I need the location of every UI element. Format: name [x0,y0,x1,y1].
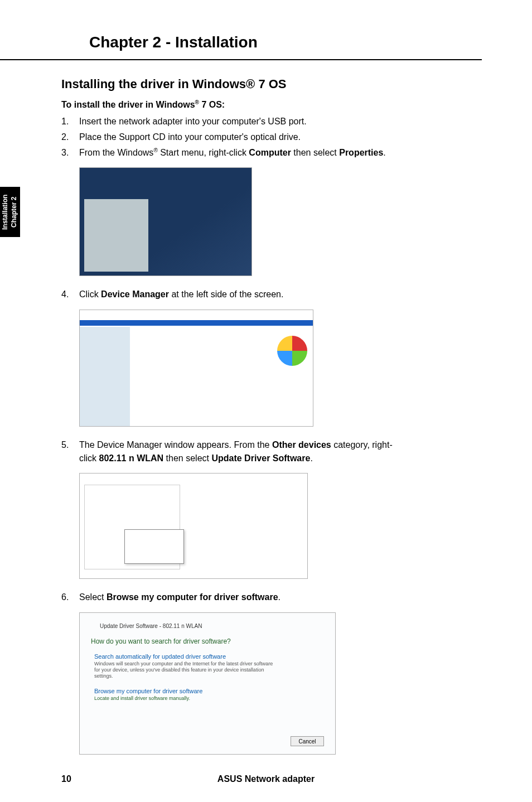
screenshot-start-menu [79,167,252,276]
step-1: Insert the network adapter into your com… [61,115,482,128]
step4-pre: Click [79,289,101,299]
step5-mid2: then select [163,453,211,463]
chapter-header: Chapter 2 - Installation [0,0,482,60]
step-6: Select Browse my computer for driver sof… [61,591,482,603]
step5-update-driver: Update Driver Software [211,453,310,463]
step-5-line2: click 802.11 n WLAN then select Update D… [61,452,482,465]
step6-post: . [278,592,280,602]
step-4: Click Device Manager at the left side of… [61,288,482,301]
dialog-opt1-desc1: Windows will search your computer and th… [94,661,273,666]
footer-title: ASUS Network adapter [217,774,315,784]
side-tab: Installation Chapter 2 [0,187,20,237]
registered-mark: ® [195,99,199,105]
main-content: Installing the driver in Windows® 7 OS T… [0,60,532,767]
step3-computer: Computer [249,148,291,157]
dialog-opt1-desc3: settings. [94,673,113,679]
dialog-opt1: Search automatically for updated driver … [94,653,226,660]
steps-list: The Device Manager window appears. From … [61,439,482,451]
step3-pre: From the Windows [79,148,153,157]
step5-pre: The Device Manager window appears. From … [79,440,272,450]
page-number: 10 [61,774,71,784]
dialog-question: How do you want to search for driver sof… [91,637,231,645]
steps-list: Click Device Manager at the left side of… [61,288,482,301]
section-title: Installing the driver in Windows® 7 OS [61,77,482,91]
cancel-button: Cancel [291,736,324,746]
step-2: Place the Support CD into your computer'… [61,131,482,143]
steps-list: Insert the network adapter into your com… [61,115,482,158]
step3-post: . [383,148,385,157]
step6-pre: Select [79,592,107,602]
screenshot-device-manager [79,473,308,579]
step-3: From the Windows® Start menu, right-clic… [61,147,482,159]
dialog-opt2: Browse my computer for driver software [94,688,202,694]
dialog-opt2-desc: Locate and install driver software manua… [94,695,190,701]
subtitle-post: 7 OS: [199,100,225,109]
step5-post: . [310,453,312,463]
step5-other-devices: Other devices [272,440,331,450]
step4-device-manager: Device Manager [101,289,169,299]
subsection-title: To install the driver in Windows® 7 OS: [61,99,482,110]
footer: 10 ASUS Network adapter [0,774,532,784]
step4-post: at the left side of the screen. [169,289,283,299]
step-5: The Device Manager window appears. From … [61,439,482,451]
step3-mid: Start menu, right-click [158,148,249,157]
step5-line2-pre: click [79,453,99,463]
side-tab-line-installation: Installation [1,194,10,229]
step3-properties: Properties [339,148,383,157]
dialog-opt1-desc2: for your device, unless you've disabled … [94,667,264,673]
step5-mid: category, right- [331,440,393,450]
screenshot-system-window [79,310,313,427]
side-tab-line-chapter: Chapter 2 [10,196,19,227]
dialog-title: Update Driver Software - 802.11 n WLAN [100,623,202,629]
step5-wlan: 802.11 n WLAN [99,453,164,463]
step6-browse: Browse my computer for driver software [107,592,278,602]
steps-list: Select Browse my computer for driver sof… [61,591,482,603]
registered-mark: ® [153,147,157,153]
step3-mid2: then select [291,148,339,157]
screenshot-update-wizard: Update Driver Software - 802.11 n WLAN H… [79,612,336,755]
subtitle-pre: To install the driver in Windows [61,100,195,109]
